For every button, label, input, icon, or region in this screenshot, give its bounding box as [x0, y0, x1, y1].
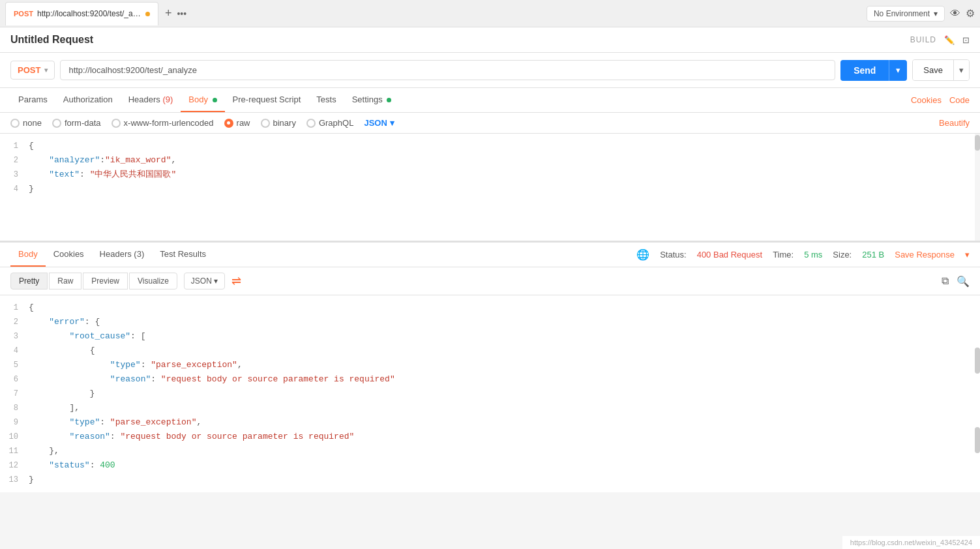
body-type-bar: none form-data x-www-form-urlencoded raw… — [0, 113, 980, 134]
method-label: POST — [18, 65, 40, 75]
size-label: Size: — [833, 250, 852, 260]
send-dropdown-button[interactable]: ▾ — [889, 60, 907, 81]
response-format-dropdown[interactable]: JSON ▾ — [184, 273, 225, 289]
resp-line-6: 6 "reason": "request body or source para… — [0, 372, 980, 387]
eye-icon[interactable]: 👁 — [950, 8, 960, 20]
tab-method: POST — [14, 10, 33, 18]
radio-none-icon — [10, 119, 20, 128]
radio-raw-icon — [224, 119, 233, 128]
method-select[interactable]: POST ▾ — [10, 61, 55, 80]
save-icon[interactable]: ⊡ — [962, 35, 970, 45]
resp-tab-body[interactable]: Body — [10, 243, 46, 267]
body-type-none[interactable]: none — [10, 118, 42, 128]
body-raw-label: raw — [237, 118, 250, 128]
request-body-editor[interactable]: 1 { 2 "analyzer":"ik_max_word", 3 "text"… — [0, 134, 980, 241]
radio-form-data-icon — [52, 119, 61, 128]
time-value: 5 ms — [804, 250, 822, 260]
footer: https://blog.csdn.net/weixin_43452424 — [842, 536, 980, 549]
body-type-binary[interactable]: binary — [261, 118, 296, 128]
more-tabs-button[interactable]: ••• — [177, 8, 186, 19]
body-type-raw[interactable]: raw — [224, 118, 250, 128]
resp-line-4: 4 { — [0, 344, 980, 358]
save-response-button[interactable]: Save Response — [895, 250, 955, 260]
tab-actions: + ••• — [165, 7, 186, 20]
resp-line-2: 2 "error": { — [0, 315, 980, 329]
beautify-button[interactable]: Beautify — [939, 118, 970, 128]
format-pretty-button[interactable]: Pretty — [10, 273, 48, 289]
response-format-chevron-icon: ▾ — [214, 276, 218, 286]
active-tab[interactable]: POST http://localhost:9200/test/_an... — [5, 2, 158, 25]
tab-params[interactable]: Params — [10, 88, 55, 112]
environment-label: No Environment — [874, 9, 930, 18]
body-binary-label: binary — [273, 118, 296, 128]
cookies-link[interactable]: Cookies — [911, 95, 942, 105]
tab-authorization[interactable]: Authorization — [55, 88, 121, 112]
resp-tab-cookies[interactable]: Cookies — [46, 243, 92, 267]
format-raw-button[interactable]: Raw — [49, 273, 82, 289]
tab-settings[interactable]: Settings — [344, 88, 400, 112]
method-arrow-icon: ▾ — [44, 67, 48, 74]
response-body: 1 { 2 "error": { 3 "root_cause": [ 4 { 5… — [0, 295, 980, 492]
radio-urlencoded-icon — [111, 119, 121, 128]
body-urlencoded-label: x-www-form-urlencoded — [124, 118, 214, 128]
resp-tab-test-results[interactable]: Test Results — [152, 243, 214, 267]
copy-icon[interactable]: ⧉ — [942, 275, 949, 288]
body-graphql-label: GraphQL — [319, 118, 353, 128]
resp-scrollbar-thumb-top — [975, 348, 980, 374]
format-preview-button[interactable]: Preview — [83, 273, 128, 289]
response-format-label: JSON — [191, 276, 212, 286]
tab-dot — [145, 12, 150, 16]
resp-tab-headers[interactable]: Headers (3) — [92, 243, 153, 267]
body-type-graphql[interactable]: GraphQL — [306, 118, 353, 128]
save-button[interactable]: Save — [913, 60, 953, 80]
chevron-down-icon: ▾ — [934, 9, 938, 18]
resp-line-12: 12 "status": 400 — [0, 458, 980, 473]
radio-graphql-icon — [306, 119, 316, 128]
resp-line-1: 1 { — [0, 301, 980, 315]
build-button[interactable]: BUILD — [910, 35, 936, 44]
wrap-button[interactable]: ⇌ — [231, 274, 241, 288]
code-line-1: 1 { — [0, 139, 980, 153]
resp-line-9: 9 "type": "parse_exception", — [0, 415, 980, 430]
format-visualize-button[interactable]: Visualize — [129, 273, 177, 289]
resp-line-10: 10 "reason": "request body or source par… — [0, 430, 980, 444]
environment-dropdown[interactable]: No Environment ▾ — [867, 6, 945, 22]
settings-icon[interactable]: ⚙ — [966, 7, 975, 20]
body-format-label: JSON — [364, 118, 387, 128]
body-none-label: none — [23, 118, 42, 128]
body-type-form-data[interactable]: form-data — [52, 118, 101, 128]
save-dropdown-button[interactable]: ▾ — [953, 60, 969, 80]
save-response-arrow-icon[interactable]: ▾ — [965, 250, 970, 260]
request-tabs-nav: Params Authorization Headers (9) Body Pr… — [0, 88, 980, 113]
add-tab-button[interactable]: + — [165, 7, 172, 20]
save-button-group: Save ▾ — [912, 59, 970, 81]
code-link[interactable]: Code — [949, 95, 970, 105]
edit-icon[interactable]: ✏️ — [944, 35, 955, 45]
body-form-data-label: form-data — [65, 118, 101, 128]
resp-line-7: 7 } — [0, 387, 980, 401]
resp-line-8: 8 ], — [0, 401, 980, 415]
tab-body[interactable]: Body — [181, 88, 224, 112]
url-input[interactable] — [60, 60, 835, 80]
response-icons: ⧉ 🔍 — [942, 275, 970, 288]
request-title: Untitled Request — [10, 34, 910, 46]
send-button[interactable]: Send — [840, 60, 889, 81]
tab-tests[interactable]: Tests — [308, 88, 344, 112]
search-icon[interactable]: 🔍 — [957, 275, 970, 288]
code-line-3: 3 "text": "中华人民共和国国歌" — [0, 168, 980, 182]
tab-headers[interactable]: Headers (9) — [121, 88, 181, 112]
radio-binary-icon — [261, 119, 270, 128]
url-bar: POST ▾ Send ▾ Save ▾ — [0, 53, 980, 88]
environment-selector: No Environment ▾ 👁 ⚙ — [867, 6, 975, 22]
header-icons: ✏️ ⊡ — [944, 35, 970, 45]
tab-pre-request[interactable]: Pre-request Script — [225, 88, 309, 112]
footer-link: https://blog.csdn.net/weixin_43452424 — [850, 539, 972, 546]
editor-scrollbar[interactable] — [975, 134, 980, 241]
resp-line-11: 11 }, — [0, 444, 980, 458]
request-header: Untitled Request BUILD ✏️ ⊡ — [0, 27, 980, 53]
body-format-dropdown[interactable]: JSON ▾ — [364, 118, 394, 128]
status-label: Status: — [660, 250, 686, 260]
resp-line-13: 13 } — [0, 473, 980, 487]
body-type-urlencoded[interactable]: x-www-form-urlencoded — [111, 118, 214, 128]
size-value: 251 B — [862, 250, 884, 260]
